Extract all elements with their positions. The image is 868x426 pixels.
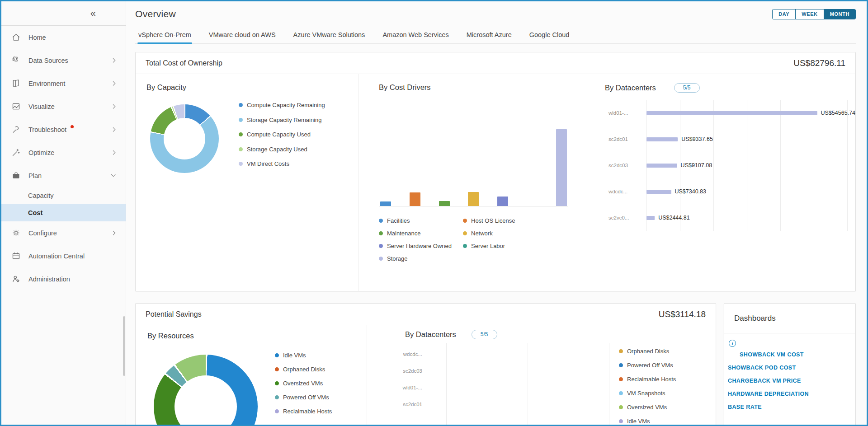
datacenter-bar[interactable] bbox=[646, 137, 678, 141]
legend-label: Compute Capacity Used bbox=[247, 131, 311, 138]
savings-datacenters-bar-chart: wdcdc...sc2dc03wld01-...sc2dc01 bbox=[367, 346, 613, 425]
bar-host-os-license[interactable] bbox=[410, 192, 420, 206]
datacenter-label: wdcdc... bbox=[367, 351, 434, 357]
datacenter-row: wld01-... bbox=[367, 379, 613, 396]
sidebar-item-environment[interactable]: Environment bbox=[1, 72, 126, 95]
potential-savings-card: Potential Savings US$3114.18 By Resource… bbox=[135, 303, 716, 425]
legend-item[interactable]: Idle VMs bbox=[619, 418, 716, 425]
sidebar-collapse-button[interactable]: « bbox=[90, 9, 96, 19]
sidebar-item-configure[interactable]: Configure bbox=[1, 221, 126, 244]
sidebar-item-cost[interactable]: Cost bbox=[1, 204, 126, 221]
legend-dot bbox=[275, 409, 279, 413]
legend-item[interactable]: Storage bbox=[379, 255, 463, 262]
legend-item[interactable]: Network bbox=[463, 230, 515, 237]
sidebar-item-label: Home bbox=[28, 34, 46, 41]
capacity-legend: Compute Capacity RemainingStorage Capaci… bbox=[239, 102, 325, 175]
sidebar-item-visualize[interactable]: Visualize bbox=[1, 95, 126, 118]
sidebar-item-capacity[interactable]: Capacity bbox=[1, 187, 126, 204]
legend-item[interactable]: Reclaimable Hosts bbox=[619, 376, 716, 383]
legend-item[interactable]: Powered Off VMs bbox=[619, 362, 716, 369]
legend-item[interactable]: Reclaimable Hosts bbox=[275, 408, 332, 415]
tab-microsoft-azure[interactable]: Microsoft Azure bbox=[466, 27, 513, 43]
sidebar-item-label: Troubleshoot bbox=[28, 126, 66, 133]
legend-item[interactable]: Storage Capacity Used bbox=[239, 146, 325, 153]
day-button[interactable]: DAY bbox=[773, 9, 795, 19]
legend-item[interactable]: VM Snapshots bbox=[619, 390, 716, 397]
tab-azure-vmware-solutions[interactable]: Azure VMware Solutions bbox=[292, 27, 366, 43]
tab-amazon-web-services[interactable]: Amazon Web Services bbox=[382, 27, 449, 43]
legend-item[interactable]: Facilities bbox=[379, 217, 463, 224]
sidebar-scrollbar-thumb[interactable] bbox=[123, 316, 125, 376]
month-button[interactable]: MONTH bbox=[824, 9, 855, 19]
week-button[interactable]: WEEK bbox=[795, 9, 823, 19]
notification-dot bbox=[71, 125, 74, 128]
info-icon[interactable]: i bbox=[729, 340, 736, 347]
tab-vsphere-on-prem[interactable]: vSphere On-Prem bbox=[137, 27, 192, 43]
resources-donut-chart[interactable] bbox=[154, 355, 258, 425]
legend-item[interactable]: Orphaned Disks bbox=[275, 366, 332, 373]
legend-label: Powered Off VMs bbox=[283, 394, 329, 401]
legend-item[interactable]: Maintenance bbox=[379, 230, 463, 237]
automation-central-icon bbox=[11, 251, 21, 261]
sidebar-item-data-sources[interactable]: Data Sources bbox=[1, 49, 126, 72]
bar-network[interactable] bbox=[468, 192, 479, 206]
legend-dot bbox=[619, 377, 623, 381]
sidebar-item-automation-central[interactable]: Automation Central bbox=[1, 244, 126, 267]
legend-item[interactable]: Storage Capacity Remaining bbox=[239, 117, 325, 123]
legend-item[interactable]: Idle VMs bbox=[275, 352, 332, 359]
bar-facilities[interactable] bbox=[380, 201, 391, 206]
legend-item[interactable]: Compute Capacity Used bbox=[239, 131, 325, 138]
chevron-right-icon bbox=[111, 230, 115, 235]
tab-google-cloud[interactable]: Google Cloud bbox=[528, 27, 571, 43]
legend-label: VM Direct Costs bbox=[247, 160, 289, 167]
datacenter-bar[interactable] bbox=[646, 190, 671, 194]
legend-label: Host OS License bbox=[471, 217, 515, 224]
legend-item[interactable]: Compute Capacity Remaining bbox=[239, 102, 325, 108]
savings-total-amount: US$3114.18 bbox=[659, 309, 706, 319]
dashboard-link-base-rate[interactable]: BASE RATE bbox=[728, 404, 852, 410]
bar-maintenance[interactable] bbox=[439, 201, 450, 206]
legend-label: Orphaned Disks bbox=[283, 366, 325, 373]
sidebar-item-troubleshoot[interactable]: Troubleshoot bbox=[1, 118, 126, 141]
legend-item[interactable]: Oversized VMs bbox=[275, 380, 332, 387]
datacenter-bar[interactable] bbox=[646, 216, 655, 220]
tco-datacenter-filter-badge[interactable]: 5/5 bbox=[674, 83, 700, 93]
dashboard-link-chargeback-vm-price[interactable]: CHARGEBACK VM PRICE bbox=[728, 378, 852, 384]
sidebar-item-optimize[interactable]: Optimize bbox=[1, 141, 126, 164]
sidebar-item-administration[interactable]: Administration bbox=[1, 267, 126, 290]
tab-vmware-cloud-on-aws[interactable]: VMware cloud on AWS bbox=[208, 27, 277, 43]
legend-dot bbox=[463, 231, 467, 235]
legend-dot bbox=[379, 219, 383, 223]
legend-item[interactable]: Powered Off VMs bbox=[275, 394, 332, 401]
sidebar-item-home[interactable]: Home bbox=[1, 26, 126, 49]
dashboard-links: SHOWBACK VM COSTSHOWBACK POD COSTCHARGEB… bbox=[728, 351, 852, 410]
legend-item[interactable]: VM Direct Costs bbox=[239, 160, 325, 167]
datacenter-label: sc2dc03 bbox=[367, 368, 434, 374]
dashboard-link-hardware-depreciation[interactable]: HARDWARE DEPRECIATION bbox=[728, 391, 852, 397]
bar-server-hardware-owned[interactable] bbox=[497, 197, 508, 206]
by-capacity-section: By Capacity Compute Capacity RemainingSt… bbox=[136, 74, 359, 291]
legend-dot bbox=[275, 353, 279, 357]
legend-item[interactable]: Orphaned Disks bbox=[619, 348, 716, 355]
cost-drivers-bar-chart bbox=[379, 98, 568, 206]
savings-card-body: By Resources Idle VMsOrphaned DisksOvers… bbox=[136, 325, 716, 425]
datacenter-bar[interactable] bbox=[646, 164, 677, 168]
sidebar-item-plan[interactable]: Plan bbox=[1, 164, 126, 187]
legend-item[interactable]: Host OS License bbox=[463, 217, 515, 224]
dashboard-link-showback-vm-cost[interactable]: SHOWBACK VM COST bbox=[728, 351, 852, 358]
datacenter-bar[interactable] bbox=[646, 111, 817, 115]
savings-card-header: Potential Savings US$3114.18 bbox=[136, 304, 716, 325]
legend-item[interactable]: Server Hardware Owned bbox=[379, 243, 463, 249]
datacenter-label: wld01-... bbox=[367, 385, 434, 390]
chevron-down-icon bbox=[111, 173, 115, 177]
legend-dot bbox=[275, 395, 279, 399]
dashboards-card: Dashboards i SHOWBACK VM COSTSHOWBACK PO… bbox=[724, 303, 856, 425]
dashboards-title: Dashboards bbox=[734, 314, 776, 323]
savings-datacenter-filter-badge[interactable]: 5/5 bbox=[472, 330, 497, 339]
capacity-donut-chart[interactable] bbox=[150, 104, 219, 173]
dashboard-link-showback-pod-cost[interactable]: SHOWBACK POD COST bbox=[728, 365, 852, 371]
data-sources-icon bbox=[11, 56, 21, 65]
bar-storage[interactable] bbox=[556, 129, 567, 206]
legend-item[interactable]: Server Labor bbox=[463, 243, 515, 249]
legend-item[interactable]: Oversized VMs bbox=[619, 404, 716, 411]
